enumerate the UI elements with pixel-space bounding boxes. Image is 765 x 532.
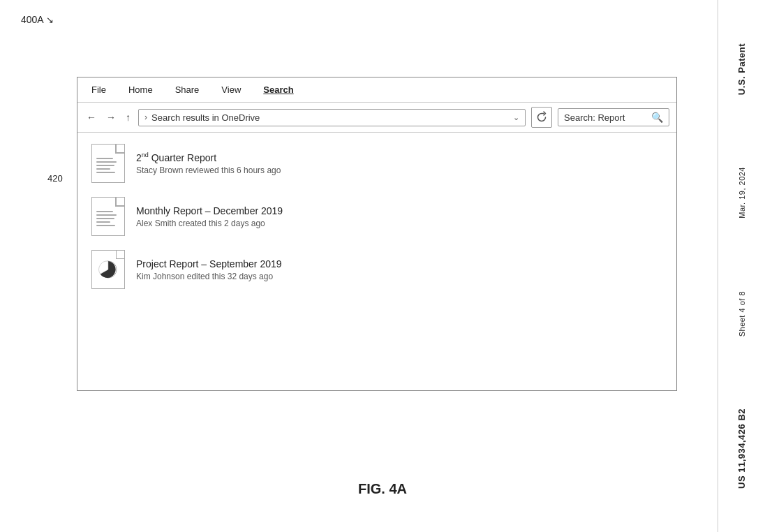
- file-icon-2: [91, 197, 125, 236]
- patent-sheet: Sheet 4 of 8: [738, 291, 746, 337]
- menu-home[interactable]: Home: [126, 83, 156, 96]
- figure-arrow: ↘: [46, 15, 54, 25]
- address-text: Search results in OneDrive: [151, 112, 510, 123]
- address-dropdown-icon[interactable]: ⌄: [513, 113, 519, 122]
- file-meta-2: Alex Smith created this 2 days ago: [136, 219, 283, 228]
- menu-search[interactable]: Search: [260, 83, 296, 96]
- refresh-button[interactable]: [531, 107, 552, 128]
- patent-sidebar: U.S. Patent Mar. 19, 2024 Sheet 4 of 8 U…: [718, 0, 765, 532]
- address-chevron-icon: ›: [144, 112, 147, 122]
- nav-up-button[interactable]: ↑: [124, 110, 133, 124]
- menu-file[interactable]: File: [89, 83, 109, 96]
- file-name-2: Monthly Report – December 2019: [136, 205, 283, 216]
- patent-number: US 11,934,426 B2: [736, 408, 747, 489]
- file-info-1: 2nd Quarter Report Stacy Brown reviewed …: [136, 152, 281, 175]
- search-box-text: Search: Report: [564, 112, 651, 123]
- menu-share[interactable]: Share: [172, 83, 202, 96]
- pie-chart-icon: [98, 259, 119, 280]
- explorer-window: File Home Share View Search ← → ↑ › Sear…: [77, 77, 677, 391]
- address-bar-row: ← → ↑ › Search results in OneDrive ⌄ Sea…: [77, 103, 676, 133]
- file-info-2: Monthly Report – December 2019 Alex Smit…: [136, 205, 283, 228]
- nav-back-button[interactable]: ←: [84, 110, 98, 124]
- figure-id: 400A: [21, 14, 43, 25]
- file-icon-3: [91, 250, 125, 289]
- nav-forward-button[interactable]: →: [104, 110, 118, 124]
- file-info-3: Project Report – September 2019 Kim John…: [136, 258, 282, 281]
- search-icon[interactable]: 🔍: [651, 112, 663, 123]
- search-box[interactable]: Search: Report 🔍: [558, 108, 669, 126]
- file-meta-1: Stacy Brown reviewed this 6 hours ago: [136, 165, 281, 175]
- file-name-3: Project Report – September 2019: [136, 258, 282, 269]
- file-name-1: 2nd Quarter Report: [136, 152, 281, 163]
- menu-view[interactable]: View: [218, 83, 244, 96]
- menu-bar: File Home Share View Search: [77, 77, 676, 103]
- figure-caption: FIG. 4A: [358, 481, 407, 497]
- file-item-3[interactable]: Project Report – September 2019 Kim John…: [91, 250, 662, 289]
- file-icon-1: [91, 144, 125, 183]
- address-box[interactable]: › Search results in OneDrive ⌄: [138, 109, 526, 126]
- file-item-1[interactable]: 2nd Quarter Report Stacy Brown reviewed …: [91, 144, 662, 183]
- refresh-icon: [535, 111, 548, 124]
- figure-label-400a: 400A ↘: [21, 14, 54, 25]
- file-item-2[interactable]: Monthly Report – December 2019 Alex Smit…: [91, 197, 662, 236]
- file-list: 2nd Quarter Report Stacy Brown reviewed …: [77, 133, 676, 300]
- patent-date: Mar. 19, 2024: [738, 167, 746, 219]
- file-meta-3: Kim Johnson edited this 32 days ago: [136, 272, 282, 281]
- callout-420: 420: [47, 173, 63, 184]
- patent-label: U.S. Patent: [736, 43, 747, 95]
